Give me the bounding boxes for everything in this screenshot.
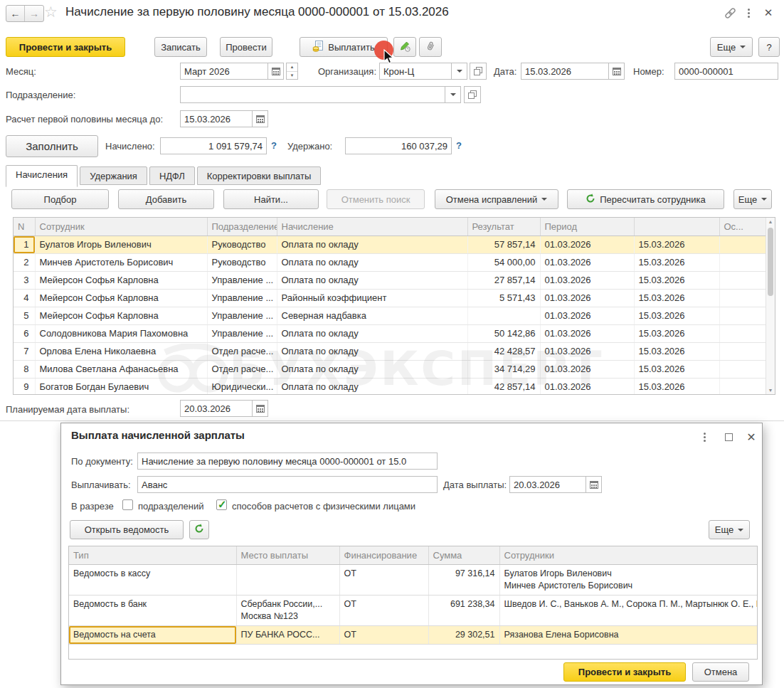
chevron-down-icon xyxy=(541,198,547,201)
chevron-down-icon[interactable] xyxy=(452,63,467,80)
withheld-help-icon[interactable]: ? xyxy=(456,140,462,151)
checkbox-departments[interactable] xyxy=(122,499,133,510)
refresh-icon xyxy=(194,524,204,536)
pay-date-field[interactable]: 20.03.2026 xyxy=(509,476,602,493)
recalculate-employee-button[interactable]: Пересчитать сотрудника xyxy=(567,189,724,209)
divider xyxy=(0,420,784,421)
checkbox-payment-methods-label[interactable]: способов расчетов с физическими лицами xyxy=(232,501,415,512)
dialog-close-icon[interactable]: ✕ xyxy=(743,430,759,443)
table-row[interactable]: 2Минчев Аристотель БорисовичРуководствоО… xyxy=(14,253,767,271)
help-button[interactable]: ? xyxy=(758,37,780,57)
vertical-scrollbar[interactable]: ▲ ▼ xyxy=(766,218,775,394)
window-menu-icon[interactable] xyxy=(741,6,756,19)
history-nav: ← → xyxy=(6,5,44,22)
table-row[interactable]: 3Мейерсон Софья КарловнаУправление ...Оп… xyxy=(14,271,767,289)
open-window-icon xyxy=(470,63,487,80)
forward-button[interactable]: → xyxy=(25,6,43,21)
calc-until-field[interactable]: 15.03.2026 xyxy=(180,110,268,127)
pay-date-label: Дата выплаты: xyxy=(443,480,507,490)
add-button[interactable]: Добавить xyxy=(118,189,214,209)
calc-until-label: Расчет первой половины месяца до: xyxy=(6,114,163,125)
table-row[interactable]: 6Солодовникова Мария ПахомовнаУправление… xyxy=(14,324,767,342)
date-field[interactable]: 15.03.2026 xyxy=(521,63,625,80)
withheld-label: Удержано: xyxy=(287,141,332,152)
statements-table: Тип Место выплаты Финансирование Сумма С… xyxy=(69,546,758,645)
pay-out-label: Выплачивать: xyxy=(71,480,131,490)
calendar-icon[interactable] xyxy=(253,110,268,127)
calendar-icon[interactable] xyxy=(586,476,602,493)
table-row[interactable]: 4Мейерсон Софья КарловнаУправление ...Ра… xyxy=(14,289,767,307)
dialog-more-button[interactable]: Еще xyxy=(709,520,750,539)
table-row[interactable]: Ведомость на счетаПУ БАНКА РОСС...ОТ29 3… xyxy=(69,625,757,644)
dialog-menu-icon[interactable] xyxy=(696,430,712,443)
chevron-down-icon[interactable] xyxy=(445,86,461,103)
pay-out-field[interactable]: Аванс xyxy=(137,476,438,493)
table-row[interactable]: 1Булатов Игорь ВиленовичРуководствоОплат… xyxy=(14,235,767,253)
chevron-down-icon xyxy=(761,198,767,201)
edit-schedule-button[interactable] xyxy=(393,37,416,57)
tab-bar: НачисленияУдержанияНДФЛКорректировки вып… xyxy=(6,165,323,184)
undo-corrections-button[interactable]: Отмена исправлений xyxy=(435,189,558,209)
list-more-button[interactable]: Еще xyxy=(733,189,772,209)
refresh-icon xyxy=(586,194,595,206)
table-row[interactable]: 7Орлова Елена НиколаевнаОтдел расче...Оп… xyxy=(14,342,767,360)
table-row[interactable]: 9Богатов Богдан БулаевичЮридически...Опл… xyxy=(14,378,767,395)
favorite-star-icon[interactable]: ☆ xyxy=(44,4,58,21)
maximize-icon[interactable] xyxy=(721,430,736,443)
table-header-row[interactable]: Тип Место выплаты Финансирование Сумма С… xyxy=(69,546,757,564)
scroll-up-icon[interactable]: ▲ xyxy=(766,219,775,224)
pick-button[interactable]: Подбор xyxy=(11,189,109,209)
number-label: Номер: xyxy=(633,66,664,77)
number-field[interactable]: 0000-000001 xyxy=(674,63,778,80)
withheld-field[interactable]: 160 037,29 xyxy=(345,137,452,154)
tab-payment-adjustments[interactable]: Корректировки выплаты xyxy=(197,166,322,185)
find-button[interactable]: Найти... xyxy=(223,189,319,209)
open-window-icon xyxy=(464,86,481,103)
dialog-post-and-close-button[interactable]: Провести и закрыть xyxy=(563,662,686,682)
more-button[interactable]: Еще xyxy=(710,37,753,57)
scrollbar-thumb[interactable] xyxy=(768,228,773,296)
accrued-help-icon[interactable]: ? xyxy=(271,140,277,151)
planned-date-field[interactable]: 20.03.2026 xyxy=(180,400,268,417)
date-label: Дата: xyxy=(494,66,517,77)
department-open-button[interactable] xyxy=(464,86,481,103)
save-button[interactable]: Записать xyxy=(154,37,207,57)
department-field[interactable] xyxy=(180,86,461,103)
cancel-search-button: Отменить поиск xyxy=(327,189,425,209)
chevron-down-icon xyxy=(738,529,743,531)
calendar-icon[interactable] xyxy=(609,63,625,80)
link-icon[interactable] xyxy=(723,6,737,19)
back-button[interactable]: ← xyxy=(6,6,25,21)
checkbox-departments-label[interactable]: подразделений xyxy=(138,501,203,512)
month-field[interactable]: Март 2026 xyxy=(180,63,284,80)
table-row[interactable]: Ведомость в банкСбербанк России,...Москв… xyxy=(69,595,757,625)
chevron-down-icon xyxy=(740,46,746,48)
mouse-cursor-icon xyxy=(382,49,396,67)
organization-open-button[interactable] xyxy=(470,63,487,80)
table-row[interactable]: Ведомость в кассуОТ97 316,14Булатов Игор… xyxy=(69,564,757,595)
scroll-down-icon[interactable]: ▼ xyxy=(766,388,775,393)
close-icon[interactable]: ✕ xyxy=(761,6,775,19)
calendar-icon[interactable] xyxy=(253,400,268,417)
post-button[interactable]: Провести xyxy=(220,37,272,57)
calendar-icon[interactable] xyxy=(268,63,284,80)
open-statement-button[interactable]: Открыть ведомость xyxy=(70,520,184,539)
tab-accruals[interactable]: Начисления xyxy=(6,165,78,187)
dialog-cancel-button[interactable]: Отмена xyxy=(692,662,749,682)
month-stepper[interactable]: ▲▼ xyxy=(286,63,298,80)
table-row[interactable]: 8Милова Светлана АфанасьевнаОтдел расче.… xyxy=(14,360,767,378)
accrued-field[interactable]: 1 091 579,74 xyxy=(160,137,267,154)
tab-ndfl[interactable]: НДФЛ xyxy=(149,166,195,185)
checkbox-payment-methods[interactable] xyxy=(216,499,227,510)
payment-dialog: Выплата начисленной зарплаты ✕ По докуме… xyxy=(60,423,763,685)
table-row[interactable]: 5Мейерсон Софья КарловнаУправление ...Се… xyxy=(14,307,767,324)
accrued-label: Начислено: xyxy=(105,141,155,152)
refresh-button[interactable] xyxy=(189,520,209,539)
by-document-field[interactable]: Начисление за первую половину месяца 000… xyxy=(137,453,438,470)
table-header-row[interactable]: N Сотрудник Подразделение Начисление Рез… xyxy=(14,218,767,235)
fill-button[interactable]: Заполнить xyxy=(6,135,98,157)
tab-deductions[interactable]: Удержания xyxy=(80,166,147,185)
attachments-button[interactable] xyxy=(419,37,442,57)
post-and-close-button[interactable]: Провести и закрыть xyxy=(6,37,125,57)
main-table: N Сотрудник Подразделение Начисление Рез… xyxy=(14,218,768,395)
